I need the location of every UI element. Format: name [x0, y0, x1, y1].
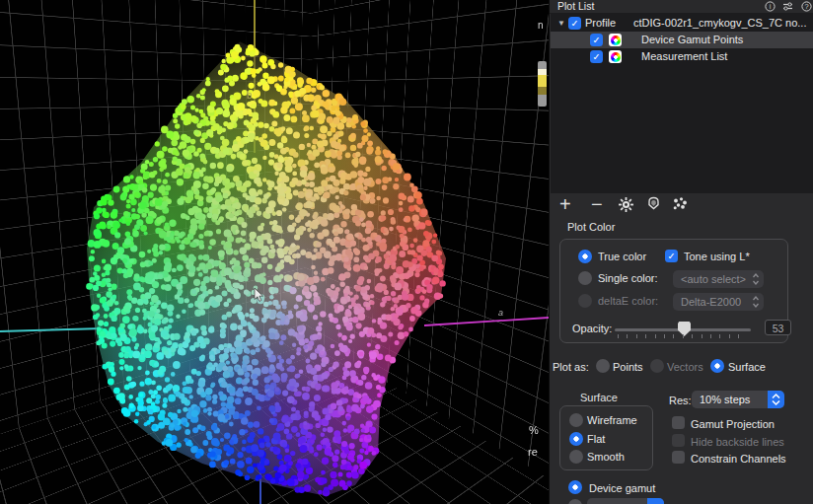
clipped-dropdown[interactable]	[587, 498, 664, 504]
item-label: Measurement List	[641, 48, 727, 65]
constrain-channels-checkbox[interactable]	[672, 451, 685, 464]
true-color-radio[interactable]	[578, 250, 592, 263]
color-wheel-icon	[609, 34, 622, 46]
plot-as-surface-radio[interactable]	[710, 359, 724, 373]
profile-name: ctDIG-002r1_cmykogv_CS_7C no...	[633, 15, 806, 32]
plot-color-title: Plot Color	[567, 221, 615, 233]
opacity-value[interactable]: 53	[765, 320, 791, 335]
item-checkbox[interactable]: ✓	[590, 34, 603, 46]
plot-as-points-label: Points	[613, 361, 643, 373]
stepper-cap[interactable]	[768, 391, 784, 408]
tone-using-l-label: Tone using L*	[684, 251, 750, 262]
profile-label: Profile	[585, 15, 616, 32]
remove-button[interactable]: −	[591, 194, 603, 216]
panel-header: Plot List i ?	[550, 0, 813, 14]
wireframe-label: Wireframe	[587, 414, 637, 426]
plot-as-vectors-label: Vectors	[667, 361, 703, 373]
gamut-projection-checkbox[interactable]	[672, 416, 685, 429]
clipped-radio[interactable]	[568, 499, 582, 504]
flat-radio[interactable]	[569, 432, 583, 446]
deltae-color-radio[interactable]	[578, 294, 592, 308]
smooth-radio[interactable]	[569, 450, 583, 464]
scatter-points-icon[interactable]	[672, 196, 689, 218]
profile-row[interactable]: ▼ ✓ Profile ctDIG-002r1_cmykogv_CS_7C no…	[551, 15, 813, 32]
res-label: Res:	[669, 395, 692, 406]
device-gamut-label: Device gamut	[589, 482, 655, 494]
single-color-label: Single color:	[598, 272, 658, 284]
gamut-projection-label: Gamut Projection	[691, 418, 775, 430]
plot-as-points-radio[interactable]	[596, 359, 610, 373]
surface-title: Surface	[580, 392, 618, 403]
res-dropdown[interactable]: 10% steps	[692, 391, 784, 408]
chevron-updown-icon	[771, 393, 781, 406]
item-label: Device Gamut Points	[641, 32, 743, 48]
help-icon[interactable]: ?	[801, 1, 812, 12]
single-color-dropdown[interactable]: <auto select>	[673, 270, 764, 288]
tone-using-l-checkbox[interactable]: ✓	[665, 250, 678, 262]
filter-sliders-icon[interactable]	[782, 1, 793, 12]
list-item-measurement-list[interactable]: ✓ Measurement List	[551, 48, 813, 65]
gamut-3d-viewport[interactable]: b a n % re	[0, 0, 549, 504]
opacity-slider-ticks	[618, 334, 748, 338]
svg-text:i: i	[770, 3, 772, 10]
surface-mode-group: Wireframe Flat Smooth	[559, 405, 653, 470]
plot-color-group: True color ✓ Tone using L* Single color:…	[559, 239, 788, 343]
color-wheel-icon	[609, 50, 622, 63]
hide-backside-checkbox[interactable]	[672, 434, 685, 447]
constrain-channels-label: Constrain Channels	[691, 453, 786, 465]
opacity-label: Opacity:	[572, 323, 612, 334]
plot-list: ▼ ✓ Profile ctDIG-002r1_cmykogv_CS_7C no…	[551, 13, 813, 193]
list-item-device-gamut-points[interactable]: ✓ Device Gamut Points	[551, 32, 813, 48]
plot-as-surface-label: Surface	[728, 361, 766, 373]
disclosure-triangle-icon[interactable]: ▼	[557, 15, 565, 32]
panel-title: Plot List	[557, 0, 594, 13]
gamut-point-cloud: b a	[0, 0, 549, 504]
deltae-dropdown[interactable]: Delta-E2000	[673, 293, 764, 311]
a-axis-label: a	[498, 308, 503, 318]
colorthink-window: b a n % re Plot List i ?	[0, 0, 813, 504]
profile-checkbox[interactable]: ✓	[568, 17, 581, 30]
plot-as-vectors-radio[interactable]	[650, 359, 664, 373]
true-color-label: True color	[598, 251, 646, 262]
plot-as-label: Plot as:	[553, 361, 589, 373]
clipped-legend-text: n	[538, 20, 544, 31]
chevron-updown-icon	[752, 295, 760, 309]
device-gamut-radio[interactable]	[568, 480, 582, 494]
item-checkbox[interactable]: ✓	[590, 50, 603, 63]
clipped-percent-text: %	[529, 424, 539, 436]
smooth-label: Smooth	[587, 451, 625, 463]
svg-text:?: ?	[804, 2, 808, 11]
deltae-color-label: deltaE color:	[598, 295, 658, 307]
flat-label: Flat	[587, 433, 605, 445]
info-icon[interactable]: i	[765, 1, 776, 12]
wireframe-radio[interactable]	[569, 413, 583, 427]
add-button[interactable]: +	[559, 194, 571, 216]
single-color-radio[interactable]	[578, 271, 592, 285]
clipped-colorbar	[538, 61, 547, 107]
probe-pin-icon[interactable]	[645, 196, 662, 218]
chevron-updown-icon	[752, 272, 760, 286]
b-axis-label: b	[247, 90, 253, 101]
hide-backside-label: Hide backside lines	[691, 436, 784, 448]
stepper-cap[interactable]	[647, 498, 664, 504]
plot-list-panel: Plot List i ? ▼ ✓ Profile c	[549, 0, 813, 504]
clipped-re-text: re	[528, 446, 538, 458]
settings-gear-icon[interactable]	[618, 196, 634, 218]
